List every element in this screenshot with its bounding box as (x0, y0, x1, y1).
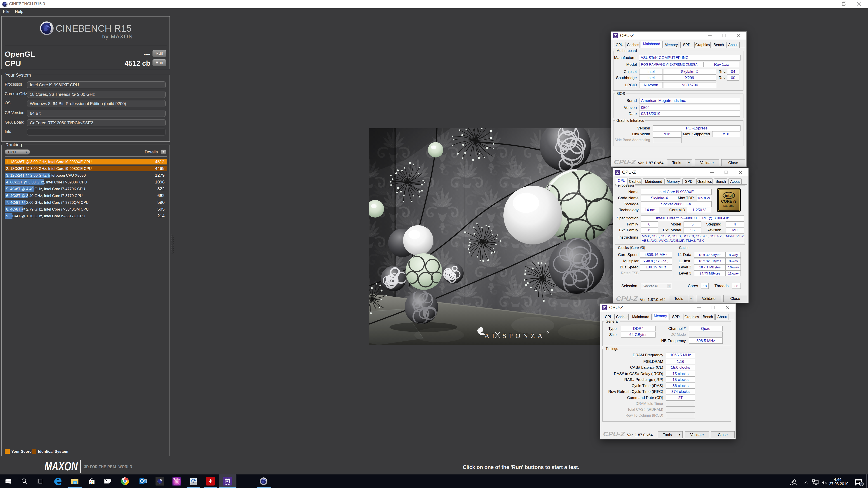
svg-text:Turbo: Turbo (174, 478, 180, 481)
svg-text:intel: intel (725, 193, 733, 198)
svg-text:3: 3 (861, 482, 862, 486)
svg-text:CORE i9: CORE i9 (721, 199, 737, 203)
svg-text:Extreme: Extreme (723, 204, 734, 207)
svg-text:SPONZA: SPONZA (502, 332, 545, 339)
svg-text:AI: AI (485, 332, 497, 339)
